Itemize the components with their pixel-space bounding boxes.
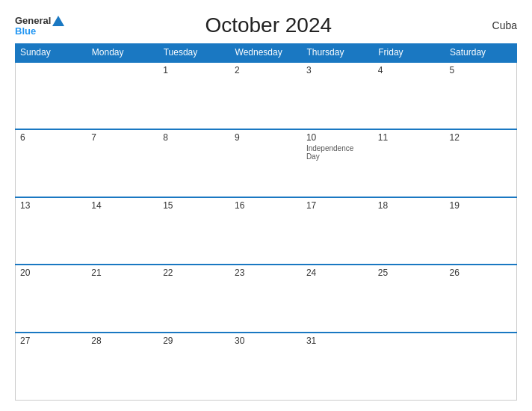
- header: General Blue October 2024 Cuba: [15, 13, 517, 37]
- calendar-day-cell: [445, 333, 517, 401]
- weekday-header: Thursday: [302, 44, 374, 62]
- day-number: 19: [450, 200, 512, 211]
- calendar-day-cell: 2: [230, 62, 302, 130]
- day-number: 10: [306, 132, 369, 143]
- calendar-day-cell: 30: [230, 333, 302, 401]
- day-number: 11: [378, 132, 441, 143]
- calendar-day-cell: 14: [87, 197, 158, 265]
- calendar-day-cell: 21: [87, 265, 158, 333]
- day-number: 25: [378, 268, 441, 278]
- day-number: 22: [163, 268, 226, 278]
- day-number: 1: [163, 65, 226, 75]
- day-number: 6: [20, 132, 82, 143]
- weekday-header: Tuesday: [158, 44, 230, 62]
- day-number: 18: [378, 200, 441, 211]
- weekday-header: Saturday: [445, 44, 517, 62]
- svg-marker-0: [52, 16, 64, 26]
- day-number: 15: [163, 200, 226, 211]
- day-number: 17: [306, 200, 369, 211]
- day-number: 31: [306, 336, 369, 346]
- day-number: 30: [235, 336, 297, 346]
- calendar-day-cell: 25: [374, 265, 445, 333]
- calendar-week-row: 20212223242526: [16, 265, 517, 333]
- calendar-day-cell: 3: [302, 62, 374, 130]
- calendar-day-cell: 18: [374, 197, 445, 265]
- day-number: 20: [20, 268, 82, 278]
- calendar-day-cell: 29: [158, 333, 230, 401]
- calendar-day-cell: [374, 333, 445, 401]
- logo-icon: [52, 16, 64, 26]
- calendar-day-cell: 4: [374, 62, 445, 130]
- logo: General Blue: [15, 16, 64, 36]
- weekday-header: Sunday: [16, 44, 87, 62]
- calendar-day-cell: 7: [87, 129, 158, 197]
- calendar-day-cell: 23: [230, 265, 302, 333]
- calendar-day-cell: 28: [87, 333, 158, 401]
- day-number: 28: [91, 336, 154, 346]
- day-number: 3: [306, 65, 369, 75]
- calendar-day-cell: 24: [302, 265, 374, 333]
- logo-blue-text: Blue: [15, 26, 36, 36]
- calendar-week-row: 12345: [16, 62, 517, 130]
- day-number: 9: [235, 132, 297, 143]
- calendar-day-cell: 6: [16, 129, 87, 197]
- calendar-day-cell: 17: [302, 197, 374, 265]
- calendar-table: SundayMondayTuesdayWednesdayThursdayFrid…: [15, 43, 517, 401]
- day-number: 24: [306, 268, 369, 278]
- day-number: 5: [450, 65, 512, 75]
- country-label: Cuba: [472, 19, 517, 31]
- calendar-day-cell: 12: [445, 129, 517, 197]
- calendar-day-cell: 10Independence Day: [302, 129, 374, 197]
- day-number: 27: [20, 336, 82, 346]
- weekday-header: Wednesday: [230, 44, 302, 62]
- day-number: 4: [378, 65, 441, 75]
- logo-general-text: General: [15, 16, 51, 25]
- day-number: 2: [235, 65, 297, 75]
- calendar-day-cell: 1: [158, 62, 230, 130]
- weekday-header: Friday: [374, 44, 445, 62]
- weekday-header-row: SundayMondayTuesdayWednesdayThursdayFrid…: [16, 44, 517, 62]
- calendar-day-cell: 27: [16, 333, 87, 401]
- calendar-day-cell: 31: [302, 333, 374, 401]
- calendar-day-cell: 15: [158, 197, 230, 265]
- calendar-day-cell: 13: [16, 197, 87, 265]
- calendar-day-cell: 22: [158, 265, 230, 333]
- calendar-day-cell: [16, 62, 87, 130]
- day-number: 29: [163, 336, 226, 346]
- calendar-day-cell: 20: [16, 265, 87, 333]
- calendar-day-cell: 16: [230, 197, 302, 265]
- day-number: 14: [91, 200, 154, 211]
- day-number: 8: [163, 132, 226, 143]
- calendar-page: General Blue October 2024 Cuba SundayMon…: [0, 0, 532, 411]
- calendar-week-row: 13141516171819: [16, 197, 517, 265]
- month-title: October 2024: [64, 13, 472, 37]
- weekday-header: Monday: [87, 44, 158, 62]
- day-number: 16: [235, 200, 297, 211]
- calendar-day-cell: 9: [230, 129, 302, 197]
- calendar-day-cell: 11: [374, 129, 445, 197]
- calendar-day-cell: 5: [445, 62, 517, 130]
- day-number: 21: [91, 268, 154, 278]
- day-number: 7: [91, 132, 154, 143]
- day-number: 13: [20, 200, 82, 211]
- calendar-day-cell: 8: [158, 129, 230, 197]
- day-number: 23: [235, 268, 297, 278]
- calendar-day-cell: 26: [445, 265, 517, 333]
- day-number: 26: [450, 268, 512, 278]
- event-label: Independence Day: [306, 144, 369, 161]
- calendar-week-row: 2728293031: [16, 333, 517, 401]
- calendar-day-cell: [87, 62, 158, 130]
- calendar-week-row: 678910Independence Day1112: [16, 129, 517, 197]
- calendar-day-cell: 19: [445, 197, 517, 265]
- day-number: 12: [450, 132, 512, 143]
